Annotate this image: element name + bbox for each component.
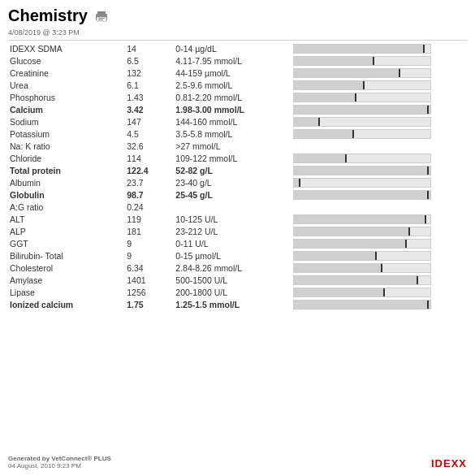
row-bar	[291, 225, 467, 237]
header-divider	[8, 40, 467, 41]
bar-container	[293, 275, 431, 285]
bar-container	[293, 166, 431, 175]
row-name: Glucose	[8, 54, 125, 67]
row-range	[174, 201, 291, 213]
svg-rect-4	[98, 19, 103, 20]
svg-rect-3	[98, 18, 105, 19]
row-bar	[291, 176, 467, 188]
row-value: 1401	[125, 274, 174, 286]
row-range: 0-14 µg/dL	[174, 42, 291, 54]
row-range: 0-11 U/L	[174, 237, 291, 249]
row-value: 23.7	[125, 176, 174, 188]
row-value: 14	[125, 42, 174, 54]
table-row: Potassium4.53.5-5.8 mmol/L	[8, 128, 467, 140]
row-range: >27 mmol/L	[174, 140, 291, 152]
row-range: 144-160 mmol/L	[174, 115, 291, 128]
bar-container	[293, 44, 431, 54]
table-row: GGT90-11 U/L	[8, 237, 467, 249]
footer: Generated by VetConnect® PLUS 04 August,…	[8, 455, 467, 470]
bar-fill	[294, 57, 373, 65]
row-value: 6.34	[125, 262, 174, 274]
row-name: GGT	[8, 237, 125, 249]
bar-container	[293, 129, 431, 139]
bar-fill	[294, 288, 384, 296]
row-name: Globulin	[8, 188, 125, 201]
row-name: Potassium	[8, 128, 125, 140]
bar-fill	[294, 93, 356, 102]
row-value: 119	[125, 213, 174, 225]
table-row: Glucose6.54.11-7.95 mmol/L	[8, 54, 467, 67]
row-bar	[291, 164, 467, 176]
table-row: A:G ratio0.24	[8, 201, 467, 213]
chemistry-table: IDEXX SDMA140-14 µg/dLGlucose6.54.11-7.9…	[8, 42, 467, 310]
row-name: Total protein	[8, 164, 125, 176]
bar-container	[293, 300, 431, 309]
row-range: 52-82 g/L	[174, 164, 291, 176]
row-bar	[291, 298, 467, 310]
row-range: 23-212 U/L	[174, 225, 291, 237]
bar-container	[293, 263, 431, 273]
bar-marker	[427, 167, 429, 175]
chemistry-page: Chemistry 4/08/2019 @ 3:23 PM IDEXX SDMA…	[0, 0, 475, 476]
bar-marker	[427, 191, 429, 199]
bar-marker	[423, 45, 425, 53]
row-value: 6.5	[125, 54, 174, 67]
row-range: 4.11-7.95 mmol/L	[174, 54, 291, 67]
bar-container	[293, 190, 431, 200]
bar-container	[293, 93, 431, 102]
row-value: 1.43	[125, 91, 174, 103]
row-bar	[291, 91, 467, 103]
row-value: 1.75	[125, 298, 174, 310]
bar-fill	[294, 276, 417, 284]
bar-marker	[352, 130, 354, 138]
table-row: Urea6.12.5-9.6 mmol/L	[8, 79, 467, 91]
table-row: Amylase1401500-1500 U/L	[8, 274, 467, 286]
bar-fill	[294, 154, 346, 162]
bar-marker	[383, 288, 385, 296]
row-name: Ionized calcium	[8, 298, 125, 310]
bar-marker	[425, 215, 426, 223]
bar-container	[293, 80, 431, 90]
row-range: 3.5-5.8 mmol/L	[174, 128, 291, 140]
table-row: ALP18123-212 U/L	[8, 225, 467, 237]
row-bar	[291, 237, 467, 249]
row-range: 0-15 µmol/L	[174, 249, 291, 262]
row-value: 9	[125, 237, 174, 249]
row-name: Calcium	[8, 103, 125, 115]
bar-fill	[294, 191, 430, 199]
row-range: 2.5-9.6 mmol/L	[174, 79, 291, 91]
row-name: Sodium	[8, 115, 125, 128]
row-value: 147	[125, 115, 174, 128]
row-value: 98.7	[125, 188, 174, 201]
row-range: 109-122 mmol/L	[174, 152, 291, 164]
row-value: 9	[125, 249, 174, 262]
bar-marker	[373, 57, 374, 65]
bar-fill	[294, 69, 399, 77]
row-name: Bilirubin- Total	[8, 249, 125, 262]
row-value: 4.5	[125, 128, 174, 140]
row-bar	[291, 188, 467, 201]
svg-rect-1	[97, 11, 106, 15]
row-range: 2.84-8.26 mmol/L	[174, 262, 291, 274]
idexx-logo: IDEXX	[431, 457, 467, 470]
bar-marker	[417, 276, 418, 284]
row-range: 25-45 g/L	[174, 188, 291, 201]
bar-container	[293, 288, 431, 297]
bar-marker	[299, 179, 300, 187]
row-value: 181	[125, 225, 174, 237]
table-row: Cholesterol6.342.84-8.26 mmol/L	[8, 262, 467, 274]
row-bar	[291, 128, 467, 140]
row-bar	[291, 103, 467, 115]
row-name: Urea	[8, 79, 125, 91]
row-name: Cholesterol	[8, 262, 125, 274]
row-name: IDEXX SDMA	[8, 42, 125, 54]
bar-marker	[405, 240, 407, 248]
bar-container	[293, 154, 431, 163]
table-row: Lipase1256200-1800 U/L	[8, 286, 467, 298]
timestamp: 4/08/2019 @ 3:23 PM	[8, 28, 467, 37]
row-value: 1256	[125, 286, 174, 298]
printer-icon[interactable]	[94, 11, 109, 22]
row-name: ALT	[8, 213, 125, 225]
bar-container	[293, 56, 431, 66]
row-bar	[291, 79, 467, 91]
